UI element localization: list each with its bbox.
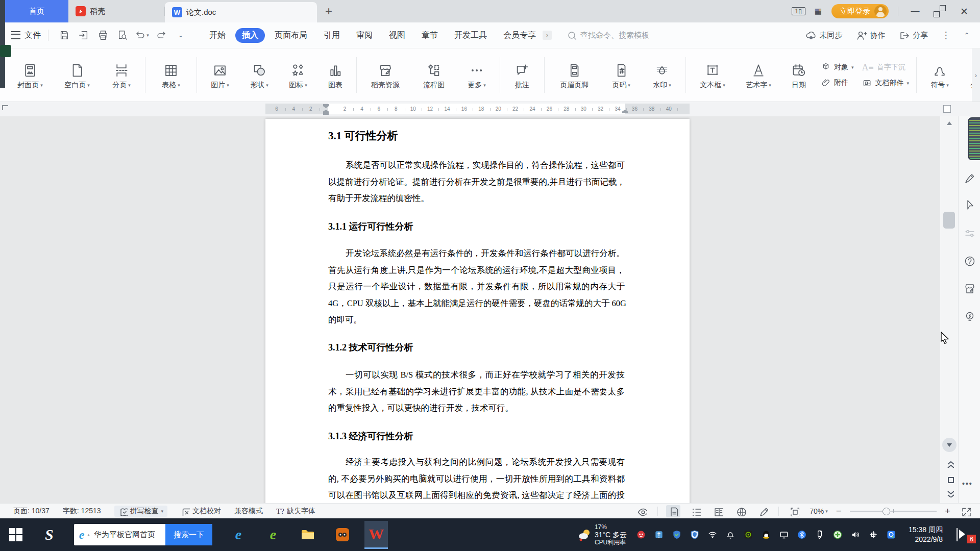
menu-tab-开发工具[interactable]: 开发工具 <box>448 28 494 43</box>
ribbon-button-page-number[interactable]: 页码▾ <box>601 52 642 98</box>
fullscreen-button[interactable] <box>959 505 973 517</box>
taskbar-search-button[interactable]: 搜索一下 <box>165 524 212 545</box>
notification-center-icon[interactable]: 6 <box>957 528 971 541</box>
taskbar-app-tampermonkey[interactable] <box>334 526 351 543</box>
redo-button[interactable] <box>153 28 170 43</box>
scroll-up-arrow[interactable] <box>947 121 952 125</box>
ribbon-button-cover-page[interactable]: 封面页▾ <box>7 52 53 98</box>
ribbon-button-watermark[interactable]: 水印▾ <box>642 52 682 98</box>
taskbar-app-ie-browser[interactable]: e <box>230 526 247 543</box>
tab-document[interactable]: W 论文.doc <box>165 2 317 22</box>
sidebar-more-button[interactable]: ••• <box>962 480 973 488</box>
sync-status-button[interactable]: 未同步 <box>805 30 842 41</box>
ninja-tray-icon[interactable] <box>635 529 647 540</box>
doc-proof-button[interactable]: 文档校对 <box>181 507 221 516</box>
select-cursor-icon[interactable] <box>964 199 976 211</box>
screen-center-tray-icon[interactable] <box>868 529 879 540</box>
shield-check-tray-icon[interactable] <box>671 529 682 540</box>
tab-docer[interactable]: 稻壳 <box>68 0 164 22</box>
usb-tray-icon[interactable] <box>653 529 665 540</box>
tab-home[interactable]: 首页 <box>5 0 68 22</box>
start-button[interactable] <box>9 528 22 541</box>
compat-mode[interactable]: 兼容模式 <box>234 507 263 516</box>
ribbon-button-flowchart[interactable]: 流程图 <box>411 52 457 98</box>
zoom-slider-thumb[interactable] <box>883 508 890 515</box>
display-tray-icon[interactable] <box>778 529 790 540</box>
reading-eye-icon[interactable] <box>635 505 649 517</box>
minimize-button[interactable]: — <box>908 6 923 16</box>
ribbon-button-more-dots[interactable]: 更多▾ <box>457 52 497 98</box>
usb-drive-tray-icon[interactable] <box>814 529 825 540</box>
fit-page-icon[interactable] <box>787 505 801 517</box>
inspiration-bulb-icon[interactable] <box>964 310 976 322</box>
ribbon-button-blank-page[interactable]: 空白页▾ <box>53 52 101 98</box>
format-brush-icon[interactable] <box>964 172 976 185</box>
collapse-ribbon-button[interactable]: ⌄ <box>172 28 189 43</box>
ribbon-button-symbol-omega[interactable]: 符号▾ <box>920 52 960 98</box>
left-indent-marker[interactable] <box>323 113 329 115</box>
web-view-button[interactable] <box>733 505 748 517</box>
save-button[interactable] <box>56 28 73 43</box>
edit-pen-button[interactable] <box>756 505 770 517</box>
nvidia-tray-icon[interactable] <box>743 529 754 540</box>
taskbar-app-360-browser[interactable]: e <box>264 526 282 543</box>
menu-tab-引用[interactable]: 引用 <box>317 28 347 43</box>
ribbon-button-shapes[interactable]: 形状▾ <box>240 52 279 98</box>
menu-tab-开始[interactable]: 开始 <box>203 28 232 43</box>
share-button[interactable]: 分享 <box>898 30 928 41</box>
file-menu-button[interactable]: 文件 <box>11 30 41 41</box>
adjust-sliders-icon[interactable] <box>964 228 976 240</box>
weather-widget[interactable]: 17% 31°C 多云 CPU利用率 <box>577 523 627 546</box>
document-canvas[interactable]: 3.1 可行性分析系统是否可以正常实现操作流程，实现操作目的，符合操作流程，这些… <box>0 116 940 503</box>
ribbon-button-header-footer[interactable]: 页眉页脚 <box>548 52 601 98</box>
collapse-ribbon-icon[interactable]: ⌃ <box>964 31 970 39</box>
undo-button[interactable]: ▾ <box>133 28 151 43</box>
ribbon-button-page-break[interactable]: 分页▾ <box>101 52 142 98</box>
ribbon-button-table[interactable]: 表格▾ <box>149 52 193 98</box>
book-view-button[interactable] <box>711 505 725 517</box>
ribbon-button-picture[interactable]: 图片▾ <box>200 52 240 98</box>
previous-page-button[interactable] <box>943 457 955 469</box>
more-options-icon[interactable]: ⋮ <box>941 30 950 41</box>
missing-font-button[interactable]: T? 缺失字体 <box>276 507 315 516</box>
print-preview-button[interactable] <box>114 28 131 43</box>
ribbon-button-docer-store[interactable]: 稻壳资源 <box>360 52 411 98</box>
new-tab-button[interactable]: + <box>317 0 340 22</box>
ribbon-button-word-art[interactable]: 艺术字▾ <box>736 52 781 98</box>
drive-doctor-tray-icon[interactable] <box>832 529 843 540</box>
print-button[interactable] <box>94 28 112 43</box>
ribbon-button-comment[interactable]: 批注 <box>503 52 541 98</box>
close-button[interactable]: ✕ <box>957 6 972 17</box>
wifi-tray-icon[interactable] <box>707 529 718 540</box>
menu-tab-审阅[interactable]: 审阅 <box>350 28 379 43</box>
zoom-level-button[interactable]: 70% ▾ <box>810 507 828 515</box>
scrollbar-thumb[interactable] <box>943 212 955 229</box>
select-browse-object-button[interactable] <box>943 472 955 485</box>
menu-tab-视图[interactable]: 视图 <box>382 28 412 43</box>
ribbon-button-date[interactable]: 日期 <box>781 52 817 98</box>
menu-tab-插入[interactable]: 插入 <box>235 28 265 43</box>
export-button[interactable] <box>75 28 92 43</box>
help-icon[interactable] <box>964 255 976 267</box>
ribbon-button-attachment[interactable]: 附件 <box>821 78 854 88</box>
page-view-button[interactable] <box>666 505 680 517</box>
ribbon-button-icon-library[interactable]: 图标▾ <box>279 52 317 98</box>
zoom-out-button[interactable]: − <box>836 506 842 517</box>
qq-tray-icon[interactable] <box>761 529 772 540</box>
spell-check-button[interactable]: 拼写检查▾ <box>114 506 168 517</box>
menu-tab-章节[interactable]: 章节 <box>415 28 445 43</box>
o-launcher-tray-icon[interactable] <box>886 529 897 540</box>
bell-tray-icon[interactable] <box>725 529 736 540</box>
more-tabs-button[interactable]: › <box>543 31 552 40</box>
outline-view-button[interactable] <box>689 505 703 517</box>
vertical-scrollbar[interactable] <box>940 116 959 503</box>
ribbon-button-doc-part[interactable]: 文档部件▾ <box>862 78 910 88</box>
volume-tray-icon[interactable] <box>850 529 861 540</box>
workspace-grid-icon[interactable]: ▦ <box>815 7 822 16</box>
qq-shield-tray-icon[interactable] <box>689 529 700 540</box>
menu-tab-页面布局[interactable]: 页面布局 <box>268 28 314 43</box>
sogou-input-icon[interactable]: S <box>45 526 54 543</box>
ribbon-button-chart[interactable]: 图表 <box>317 52 353 98</box>
menu-tab-会员专享[interactable]: 会员专享 <box>497 28 543 43</box>
word-count[interactable]: 字数: 12513 <box>63 507 101 516</box>
